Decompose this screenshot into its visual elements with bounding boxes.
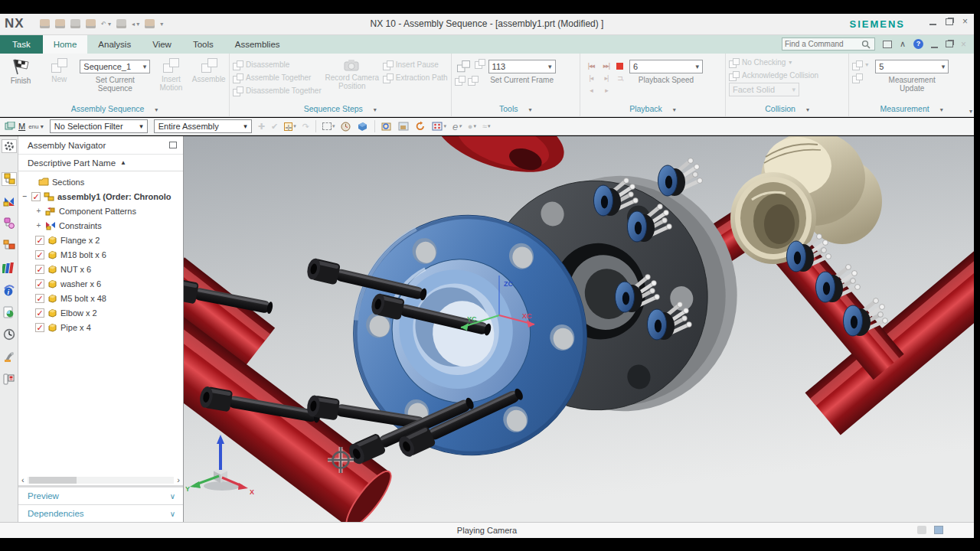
tree-row-constraints[interactable]: + Constraints xyxy=(18,218,183,233)
column-header-descriptive-part-name[interactable]: Descriptive Part Name▲ xyxy=(18,155,183,171)
curve-style-icon[interactable]: ≈▾ xyxy=(482,122,491,131)
status-clip-icon[interactable] xyxy=(917,526,926,534)
tab-task[interactable]: Task xyxy=(0,35,43,54)
checkbox-pipe[interactable]: ✓ xyxy=(35,323,44,332)
expand-expander[interactable]: + xyxy=(35,221,42,230)
tree-row-nut[interactable]: ✓ NUT x 6 xyxy=(18,262,183,276)
tree-row-sections[interactable]: Sections xyxy=(18,174,183,189)
insert-motion-button[interactable]: Insert Motion xyxy=(153,57,188,92)
checkbox-nut[interactable]: ✓ xyxy=(35,265,44,274)
history-icon[interactable] xyxy=(2,328,17,341)
doc-minimize-button[interactable] xyxy=(931,47,938,48)
group-label-tools[interactable]: Tools▾ xyxy=(452,104,580,116)
forward-to-end-button[interactable]: ▸▸| xyxy=(603,62,609,70)
status-window-icon[interactable] xyxy=(934,526,943,534)
measure-icon-button[interactable]: ▾ xyxy=(852,59,872,70)
group-label-measurement[interactable]: Measurement▾ xyxy=(849,104,974,116)
checkbox-m5-bolt[interactable]: ✓ xyxy=(35,294,44,303)
finish-button[interactable]: Finish xyxy=(3,57,38,85)
tab-analysis[interactable]: Analysis xyxy=(87,35,142,54)
new-sequence-button[interactable]: New xyxy=(41,57,77,83)
assembly-navigator-icon[interactable] xyxy=(2,172,17,186)
no-checking-dropdown[interactable]: No Checking▾ xyxy=(729,57,792,68)
highlight-select-icon[interactable]: ✛▾ xyxy=(284,122,296,131)
find-command-input[interactable] xyxy=(785,40,861,48)
fit-view-icon[interactable] xyxy=(381,122,392,132)
roles-icon[interactable] xyxy=(2,372,17,386)
checkbox-elbow[interactable]: ✓ xyxy=(35,308,44,318)
checkbox-assembly1[interactable]: ✓ xyxy=(31,192,41,201)
checkbox-flange[interactable]: ✓ xyxy=(35,236,44,245)
playback-speed-dropdown[interactable]: 6▾ xyxy=(629,60,703,73)
panel-pin-icon[interactable] xyxy=(169,142,177,148)
hd3d-tools-icon[interactable] xyxy=(2,305,17,319)
sphere-style-icon[interactable]: ●▾ xyxy=(468,122,476,131)
assemble-button[interactable]: Assemble xyxy=(191,57,226,83)
refresh-icon[interactable] xyxy=(415,121,426,132)
tree-row-washer[interactable]: ✓ washer x 6 xyxy=(18,276,183,291)
export-movie-button[interactable]: ⊐, xyxy=(617,74,623,82)
tools-extra-icon-1[interactable] xyxy=(475,59,485,68)
expand-expander[interactable]: + xyxy=(35,207,42,215)
group-label-sequence-steps[interactable]: Sequence Steps▾ xyxy=(230,104,451,116)
checkbox-m18-bolt[interactable]: ✓ xyxy=(35,250,44,259)
select-handle-icon[interactable]: ✔ xyxy=(271,122,278,132)
measure-body-button[interactable] xyxy=(852,72,872,83)
tree-row-pipe[interactable]: ✓ Pipe x 4 xyxy=(18,320,183,334)
settings-gear-icon[interactable] xyxy=(2,139,17,153)
background-icon[interactable] xyxy=(398,122,409,131)
play-forward-button[interactable]: ▸ xyxy=(605,86,608,94)
constraint-navigator-icon[interactable] xyxy=(2,194,17,208)
tools-extra-icon-2[interactable] xyxy=(455,76,465,85)
rotate-handle-icon[interactable]: ↷ xyxy=(302,122,309,132)
restore-button[interactable] xyxy=(946,18,953,25)
web-browser-icon[interactable]: i xyxy=(2,283,17,297)
dependencies-section-header[interactable]: Dependencies∨ xyxy=(18,504,183,522)
lasso-icon[interactable]: ▾ xyxy=(322,122,335,130)
fullscreen-icon[interactable] xyxy=(883,41,892,48)
scroll-right-arrow[interactable]: › xyxy=(177,475,180,484)
selection-scope-dropdown[interactable]: Entire Assembly▾ xyxy=(154,119,252,133)
scrollbar-thumb[interactable] xyxy=(29,477,77,484)
help-icon[interactable]: ? xyxy=(913,39,923,49)
group-label-playback[interactable]: Playback▾ xyxy=(580,104,725,116)
process-studio-icon[interactable] xyxy=(2,350,17,364)
current-frame-dropdown[interactable]: 113▾ xyxy=(488,60,556,73)
product-outline-icon[interactable] xyxy=(2,217,17,230)
disassemble-together-button[interactable]: Disassemble Together xyxy=(233,85,322,96)
insert-pause-button[interactable]: Insert Pause xyxy=(383,59,448,70)
group-label-assembly-sequence[interactable]: Assembly Sequence▾ xyxy=(0,104,229,116)
acknowledge-collision-button[interactable]: Acknowledge Collision xyxy=(729,70,818,81)
doc-restore-button[interactable] xyxy=(946,41,953,47)
scroll-left-arrow[interactable]: ‹ xyxy=(21,475,24,484)
snap-point-icon[interactable]: ✚ xyxy=(258,122,265,132)
play-reverse-button[interactable]: ◂ xyxy=(590,86,593,94)
tree-row-m5-bolt[interactable]: ✓ M5 bolt x 48 xyxy=(18,291,183,305)
doc-close-button[interactable]: × xyxy=(961,40,966,49)
clock-globe-icon[interactable] xyxy=(341,122,351,132)
record-camera-button[interactable]: Record Camera Position xyxy=(325,57,380,90)
minimize-button[interactable] xyxy=(929,24,936,25)
window-grid-icon[interactable]: ▾ xyxy=(432,122,446,131)
tree-row-elbow[interactable]: ✓ Elbow x 2 xyxy=(18,305,183,320)
ribbon-overflow-caret[interactable]: ▾ xyxy=(969,108,972,115)
tools-extra-icon-3[interactable] xyxy=(468,76,478,85)
tab-tools[interactable]: Tools xyxy=(182,35,224,54)
preview-section-header[interactable]: Preview∨ xyxy=(18,487,183,504)
tree-row-assembly1[interactable]: − ✓ assembly1 (Order: Chronolo xyxy=(18,189,183,204)
minimize-ribbon-icon[interactable]: ∧ xyxy=(900,39,906,49)
measurement-update-dropdown[interactable]: 5▾ xyxy=(875,60,949,73)
group-label-collision[interactable]: Collision▾ xyxy=(726,104,848,116)
stop-button[interactable] xyxy=(616,63,623,70)
reuse-library-icon[interactable] xyxy=(2,261,17,275)
selection-filter-dropdown[interactable]: No Selection Filter▾ xyxy=(50,119,148,133)
part-navigator-icon[interactable] xyxy=(2,239,17,253)
tab-view[interactable]: View xyxy=(142,35,182,54)
assemble-together-button[interactable]: Assemble Together xyxy=(233,72,322,83)
extraction-path-button[interactable]: Extraction Path xyxy=(383,72,448,83)
facet-solid-dropdown[interactable]: Facet Solid▾ xyxy=(729,83,799,96)
viewport-3d-scene[interactable]: ZC YC XC Y xyxy=(184,136,974,522)
rewind-to-start-button[interactable]: |◂◂ xyxy=(588,62,594,70)
close-button[interactable]: × xyxy=(962,17,968,26)
tab-assemblies[interactable]: Assemblies xyxy=(224,35,291,54)
